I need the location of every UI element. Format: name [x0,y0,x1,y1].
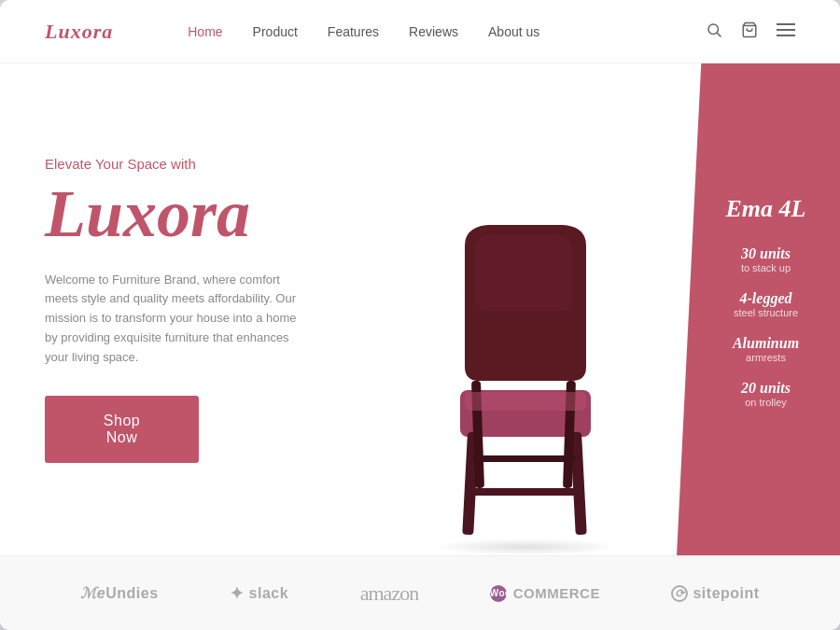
elevate-text: Elevate Your Space with [45,156,329,172]
nav-item-home[interactable]: Home [188,23,222,40]
spec-label-1: steel structure [734,307,798,318]
spec-value-1: 4-legged [734,290,798,307]
amazon-text: amazon [360,581,418,606]
nav-link-home[interactable]: Home [188,24,222,39]
spec-value-2: Aluminum [733,335,799,352]
brand-title: Luxora [45,177,329,251]
hero-description: Welcome to Furniture Brand, where comfor… [45,271,306,368]
sitepoint-logo: ⟳ sitepoint [671,585,759,602]
nav-icons [706,21,795,42]
nav-link-reviews[interactable]: Reviews [409,24,458,39]
sitepoint-text: sitepoint [693,585,759,602]
slack-text: slack [249,585,289,602]
menu-icon[interactable] [777,23,795,40]
woo-icon: Woo [490,585,507,602]
meundies-logo: ℳeUndies [80,584,158,602]
nav-link-product[interactable]: Product [253,24,298,39]
chair-container [404,208,647,555]
spec-label-2: armrests [733,352,799,363]
spec-item-2: Aluminum armrests [733,335,799,363]
meundies-text: ℳeUndies [80,584,158,602]
woocommerce-logo: Woo COMMERCE [490,585,600,602]
spec-label-0: to stack up [741,262,791,273]
woocommerce-text: COMMERCE [513,585,600,601]
nav-link-features[interactable]: Features [328,24,379,39]
spec-label-3: on trolley [741,397,791,408]
svg-rect-12 [473,455,576,462]
nav-item-features[interactable]: Features [328,23,379,40]
search-icon[interactable] [706,21,722,42]
sitepoint-icon: ⟳ [671,585,688,602]
amazon-logo: amazon [360,581,418,606]
spec-value-3: 20 units [741,380,791,397]
brands-bar: ℳeUndies ✦ slack amazon Woo COMMERCE ⟳ s… [0,555,840,630]
left-section: Elevate Your Space with Luxora Welcome t… [0,63,373,555]
logo: Luxora [45,20,113,44]
chair-image [404,208,647,544]
svg-point-0 [708,24,719,35]
browser-window: Luxora Home Product Features Reviews Abo… [0,0,840,630]
nav-item-about[interactable]: About us [488,23,539,40]
navbar: Luxora Home Product Features Reviews Abo… [0,0,840,63]
product-name: Ema 4L [726,195,806,223]
slack-hash-icon: ✦ [230,583,245,604]
product-panel: Ema 4L 30 units to stack up 4-legged ste… [677,63,840,555]
nav-item-reviews[interactable]: Reviews [409,23,458,40]
spec-value-0: 30 units [741,245,791,262]
chair-area [373,63,677,555]
spec-item-3: 20 units on trolley [741,380,791,408]
nav-item-product[interactable]: Product [253,23,298,40]
svg-line-1 [717,33,721,36]
cart-icon[interactable] [741,21,758,42]
slack-logo: ✦ slack [230,583,288,604]
svg-rect-13 [465,392,586,411]
nav-link-about[interactable]: About us [488,24,539,39]
shop-now-button[interactable]: Shop Now [45,396,199,463]
nav-links: Home Product Features Reviews About us [188,23,539,40]
main-content: Elevate Your Space with Luxora Welcome t… [0,63,840,555]
spec-item-0: 30 units to stack up [741,245,791,273]
svg-rect-11 [469,488,580,496]
spec-item-1: 4-legged steel structure [734,290,798,318]
